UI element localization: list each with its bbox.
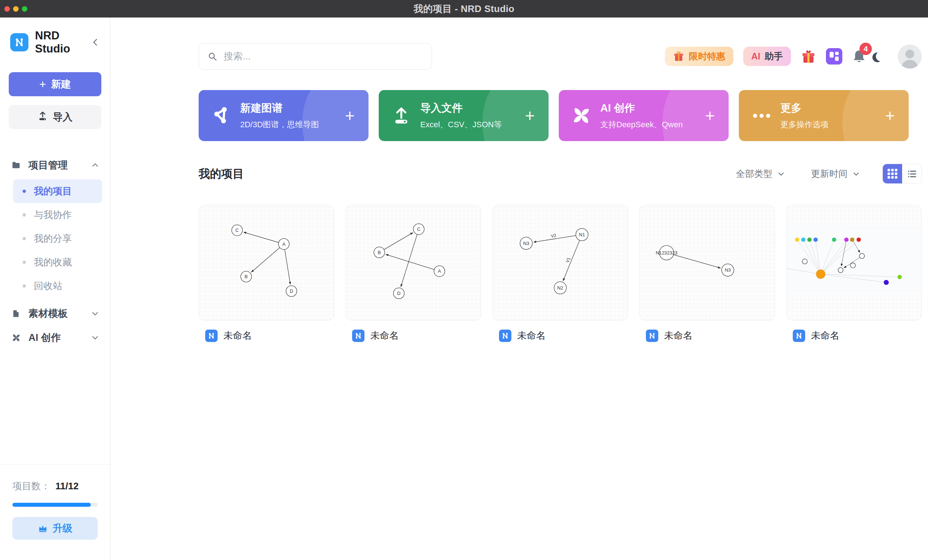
card-title: AI 创作 xyxy=(600,101,683,116)
card-subtitle: Excel、CSV、JSON等 xyxy=(420,119,502,130)
window-title: 我的项目 - NRD Studio xyxy=(414,3,515,15)
project-thumbnail[interactable]: CBAD xyxy=(345,205,481,320)
avatar-head-icon xyxy=(905,50,914,58)
close-button[interactable] xyxy=(5,6,10,12)
more-actions-card[interactable]: 更多 更多操作选项 + xyxy=(739,90,909,141)
upload-icon xyxy=(38,111,48,124)
crown-icon xyxy=(38,523,48,533)
project-thumbnail[interactable]: CABD xyxy=(198,205,334,320)
sidebar-section-templates[interactable]: 素材模板 xyxy=(0,302,110,326)
plus-icon: + xyxy=(525,106,535,125)
svg-text:N3: N3 xyxy=(523,241,529,246)
sidebar-item-my-shares[interactable]: 我的分享 xyxy=(13,227,102,250)
import-file-card[interactable]: 导入文件 Excel、CSV、JSON等 + xyxy=(379,90,549,141)
search-input[interactable] xyxy=(223,50,423,63)
svg-text:D: D xyxy=(397,291,401,296)
sidebar-footer: 项目数： 11/12 升级 xyxy=(0,464,110,560)
sidebar-nav: 项目管理 我的项目 与我协作 我的分享 xyxy=(0,153,110,464)
chevron-down-icon xyxy=(91,334,99,342)
document-icon xyxy=(11,309,21,318)
sidebar-section-label: 素材模板 xyxy=(28,307,68,320)
project-name: 未命名 xyxy=(664,329,693,342)
import-button-label: 导入 xyxy=(53,110,73,124)
project-card[interactable]: CBAD 未命名 xyxy=(345,205,481,342)
svg-text:D: D xyxy=(290,288,293,294)
card-title: 导入文件 xyxy=(420,101,502,116)
import-button[interactable]: 导入 xyxy=(9,105,101,129)
svg-text:A: A xyxy=(438,269,441,274)
card-subtitle: 更多操作选项 xyxy=(780,119,829,130)
new-project-button[interactable]: + 新建 xyxy=(9,72,101,96)
grid-icon xyxy=(888,169,897,179)
widgets-icon xyxy=(826,48,843,64)
gift-icon xyxy=(801,49,816,64)
project-card[interactable]: CABD 未命名 xyxy=(198,205,334,342)
card-title: 更多 xyxy=(780,101,829,116)
ai-create-card[interactable]: AI 创作 支持DeepSeek、Qwen + xyxy=(559,90,729,141)
project-graph-preview: CABD xyxy=(199,205,334,320)
upgrade-button[interactable]: 升级 xyxy=(12,517,98,540)
project-thumbnail[interactable] xyxy=(786,205,922,320)
rewards-button[interactable] xyxy=(801,49,816,64)
svg-text:N2: N2 xyxy=(557,285,563,291)
svg-text:C: C xyxy=(417,226,420,232)
project-type-icon xyxy=(352,330,365,342)
project-thumbnail[interactable]: V2V1N1N3N2 xyxy=(492,205,628,320)
type-filter-dropdown[interactable]: 全部类型 xyxy=(736,168,786,180)
zoom-button[interactable] xyxy=(22,6,27,12)
card-subtitle: 2D/3D图谱，思维导图 xyxy=(240,119,319,130)
ai-assistant-button[interactable]: AI 助手 xyxy=(743,47,791,66)
avatar-body-icon xyxy=(901,60,918,69)
bullet-dot-icon xyxy=(23,261,26,264)
project-thumbnail[interactable]: N1232323N3 xyxy=(640,205,775,320)
sidebar-item-my-projects[interactable]: 我的项目 xyxy=(13,179,102,203)
chevron-left-icon xyxy=(91,38,100,47)
grid-view-button[interactable] xyxy=(883,164,902,183)
project-card[interactable]: V2V1N1N3N2 未命名 xyxy=(492,205,628,342)
projects-section-header: 我的项目 全部类型 更新时间 xyxy=(198,164,922,184)
project-card[interactable]: N1232323N3 未命名 xyxy=(640,205,775,342)
project-card[interactable]: 未命名 xyxy=(786,205,922,342)
project-name: 未命名 xyxy=(811,329,839,342)
card-decoration xyxy=(843,90,909,141)
sort-filter-dropdown[interactable]: 更新时间 xyxy=(811,168,861,180)
limited-offer-button[interactable]: 限时特惠 xyxy=(665,47,733,66)
folder-icon xyxy=(11,160,21,170)
sidebar-item-shared-with-me[interactable]: 与我协作 xyxy=(13,203,102,227)
project-type-icon xyxy=(205,330,218,342)
gift-icon xyxy=(673,51,685,63)
new-graph-card[interactable]: 新建图谱 2D/3D图谱，思维导图 + xyxy=(198,90,368,141)
sidebar-collapse-button[interactable] xyxy=(91,38,100,47)
notification-badge: 4 xyxy=(859,43,872,55)
search-bar[interactable] xyxy=(198,43,432,70)
plus-icon: + xyxy=(40,78,46,90)
notifications-button[interactable]: 4 xyxy=(852,49,866,64)
sidebar-section-projects[interactable]: 项目管理 xyxy=(0,153,110,177)
bullet-dot-icon xyxy=(23,237,26,240)
dark-mode-toggle[interactable] xyxy=(876,52,888,61)
window-titlebar: 我的项目 - NRD Studio xyxy=(0,0,928,17)
svg-text:V2: V2 xyxy=(550,233,557,238)
sidebar-item-favorites[interactable]: 我的收藏 xyxy=(13,250,102,274)
svg-text:C: C xyxy=(235,227,239,233)
bullet-dot-icon xyxy=(23,284,26,288)
main-content: 限时特惠 AI 助手 xyxy=(110,17,928,560)
plus-icon: + xyxy=(345,106,355,125)
view-toggle xyxy=(882,164,922,184)
user-avatar[interactable] xyxy=(898,44,922,69)
list-view-button[interactable] xyxy=(902,164,922,183)
graph-icon xyxy=(211,106,232,125)
sidebar-item-recycle-bin[interactable]: 回收站 xyxy=(13,274,102,298)
sidebar-section-label: 项目管理 xyxy=(28,159,68,172)
templates-gallery-button[interactable] xyxy=(826,48,843,64)
svg-text:B: B xyxy=(244,274,248,279)
sidebar-section-label: AI 创作 xyxy=(28,331,61,344)
card-title: 新建图谱 xyxy=(240,101,319,116)
plus-icon: + xyxy=(705,106,715,125)
pinwheel-icon xyxy=(571,106,592,125)
plus-icon: + xyxy=(885,106,895,125)
minimize-button[interactable] xyxy=(13,6,18,12)
project-type-icon xyxy=(646,330,658,342)
bullet-dot-icon xyxy=(23,213,26,217)
sidebar-section-ai[interactable]: AI 创作 xyxy=(0,326,110,349)
